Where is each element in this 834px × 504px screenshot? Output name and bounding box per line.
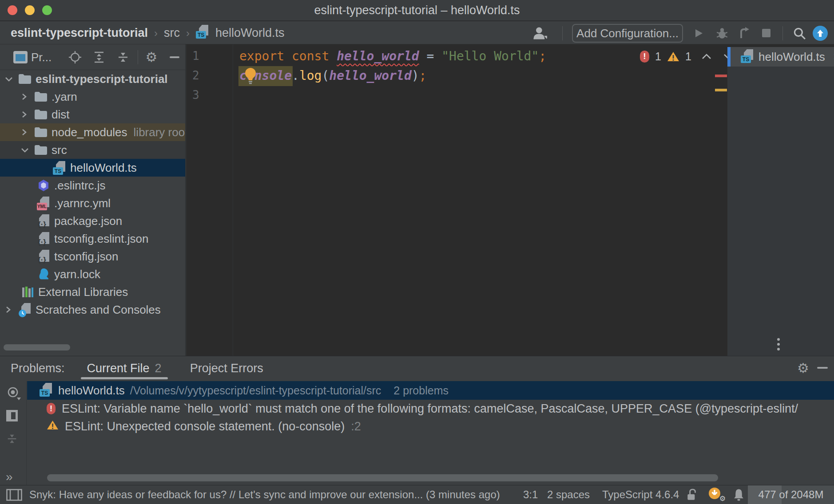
crosshair-icon (68, 51, 82, 64)
tab-project-errors[interactable]: Project Errors (184, 356, 270, 380)
run-with-coverage-button[interactable] (738, 22, 751, 44)
person-icon (532, 26, 547, 41)
project-horizontal-scrollbar[interactable] (4, 344, 70, 350)
debug-button[interactable] (715, 22, 729, 44)
chevron-down-icon[interactable] (20, 146, 34, 154)
main-area: Pr... (0, 44, 834, 356)
problems-settings-button[interactable]: ⚙ (797, 362, 809, 375)
project-settings-button[interactable]: ⚙ (145, 51, 158, 64)
editor-tab-helloworld[interactable]: TS helloWorld.ts × (727, 47, 834, 67)
readonly-toggle-button[interactable] (687, 485, 698, 504)
chevron-right-icon[interactable] (20, 128, 34, 137)
project-panel-title[interactable]: Pr... (31, 51, 52, 64)
update-available-button[interactable] (813, 22, 828, 44)
problems-view-options-button[interactable] (6, 386, 22, 402)
scrollbar-thumb[interactable] (47, 474, 718, 481)
indent-widget[interactable]: 2 spaces (547, 485, 590, 504)
typescript-version-widget[interactable]: TypeScript 4.6.4 (602, 485, 679, 504)
hide-problems-button[interactable] (817, 367, 828, 369)
stop-icon (762, 29, 770, 37)
project-tool-icon (13, 51, 28, 63)
unlock-icon (687, 488, 698, 501)
folder-icon (34, 144, 48, 156)
run-button[interactable] (693, 22, 704, 44)
line-number: 1 (186, 49, 233, 63)
stop-button[interactable] (762, 22, 770, 44)
code-editor: 1export const hello_world = "Hello World… (186, 44, 727, 356)
toolwindow-layout-button[interactable] (6, 485, 22, 504)
status-bar: Snyk: Have any ideas or feedback for us?… (0, 485, 834, 504)
status-message[interactable]: Snyk: Have any ideas or feedback for us?… (29, 485, 513, 504)
tree-item-tsconfig-json[interactable]: {·}tsconfig.json (0, 248, 185, 265)
chevron-right-icon[interactable] (20, 92, 34, 101)
user-profile-button[interactable] (532, 22, 547, 44)
breadcrumb-project[interactable]: eslint-typescript-tutorial (11, 26, 148, 40)
error-count[interactable]: 1 (655, 50, 661, 63)
hide-panel-button[interactable] (168, 51, 181, 64)
line-number: 3 (186, 88, 233, 102)
coverage-icon (738, 27, 751, 39)
toolbar-separator (138, 50, 138, 64)
problems-toolbar: » (0, 381, 27, 485)
previous-problem-chevron-up-icon[interactable] (702, 54, 711, 59)
tree-item-yarn-lock[interactable]: yarn.lock (0, 265, 185, 283)
notifications-button[interactable] (733, 485, 745, 504)
caret-position-widget[interactable]: 3:1 (523, 485, 538, 504)
memory-indicator[interactable]: 477 of 2048M (748, 485, 834, 504)
search-everywhere-button[interactable] (792, 22, 806, 44)
tree-item-yarnrc-yml[interactable]: YML.yarnrc.yml (0, 194, 185, 212)
problem-row-warning[interactable]: ESLint: Unexpected console statement. (n… (27, 417, 834, 435)
tree-item-label: node_modules (52, 126, 127, 139)
tab-current-file[interactable]: Current File 2 (81, 356, 168, 380)
add-configuration-button[interactable]: Add Configuration... (572, 24, 683, 43)
tree-item-helloworld-ts[interactable]: TShelloWorld.ts (0, 159, 185, 177)
warning-count[interactable]: 1 (685, 50, 691, 63)
intention-bulb-icon[interactable] (243, 67, 258, 88)
collapse-all-button[interactable] (116, 51, 130, 64)
code-line-2[interactable]: 2console.log(hello_world); (186, 66, 727, 85)
problems-file-row[interactable]: TS helloWorld.ts /Volumes/v/yytypescript… (27, 381, 834, 400)
tree-item-package-json[interactable]: {·}package.json (0, 212, 185, 230)
error-stripe-mark[interactable] (715, 75, 727, 77)
tree-item-dist[interactable]: dist (0, 106, 185, 123)
window-title: eslint-typescript-tutorial – helloWorld.… (0, 0, 834, 20)
more-toolbar-actions-button[interactable]: » (6, 470, 13, 484)
warning-stripe-mark[interactable] (715, 89, 727, 91)
tree-item-yarn[interactable]: .yarn (0, 88, 185, 106)
problems-file-name: helloWorld.ts (58, 384, 125, 398)
collapse-all-icon (116, 51, 130, 64)
libs-icon (20, 286, 35, 298)
warning-triangle-icon[interactable] (667, 51, 679, 62)
locate-file-button[interactable] (68, 51, 82, 64)
chevron-right-icon[interactable] (4, 305, 18, 314)
chevron-down-icon[interactable] (4, 75, 18, 83)
problems-label: Problems: (11, 362, 65, 375)
error-icon: ! (47, 403, 56, 414)
line-number: 2 (186, 69, 233, 82)
tree-item-label: .yarn (52, 90, 77, 104)
yarn-icon (36, 268, 51, 281)
minus-icon (170, 56, 179, 58)
open-details-button[interactable] (6, 410, 18, 424)
problem-text: ESLint: Variable name `hello_world` must… (62, 402, 798, 416)
expand-all-button[interactable] (92, 51, 106, 64)
breadcrumb-file[interactable]: helloWorld.ts (215, 26, 285, 40)
problems-list: TS helloWorld.ts /Volumes/v/yytypescript… (27, 381, 834, 435)
problem-row-error[interactable]: !ESLint: Variable name `hello_world` mus… (27, 400, 834, 417)
tree-item-external-libraries[interactable]: External Libraries (0, 283, 185, 301)
code-line-3[interactable]: 3 (186, 85, 727, 105)
tree-item-node-modules[interactable]: node_moduleslibrary root (0, 123, 185, 141)
chevron-right-icon[interactable] (20, 110, 34, 119)
tree-item-label: yarn.lock (54, 268, 100, 281)
typescript-service-button[interactable]: ⚙ (708, 485, 724, 504)
tree-item-scratches-and-consoles[interactable]: Scratches and Consoles (0, 301, 185, 319)
editor-options-kebab-icon[interactable] (777, 338, 780, 353)
folder-icon (18, 73, 32, 85)
tree-item-eslintrc-js[interactable]: .eslintrc.js (0, 177, 185, 194)
collapse-nodes-button[interactable] (6, 433, 18, 447)
breadcrumb-dir[interactable]: src (164, 26, 180, 40)
tree-item-eslint-typescript-tutorial[interactable]: eslint-typescript-tutorial (0, 70, 185, 88)
error-badge-icon[interactable]: ! (640, 51, 649, 63)
tree-item-tsconfig-eslint-json[interactable]: {·}tsconfig.eslint.json (0, 230, 185, 248)
tree-item-src[interactable]: src (0, 141, 185, 159)
